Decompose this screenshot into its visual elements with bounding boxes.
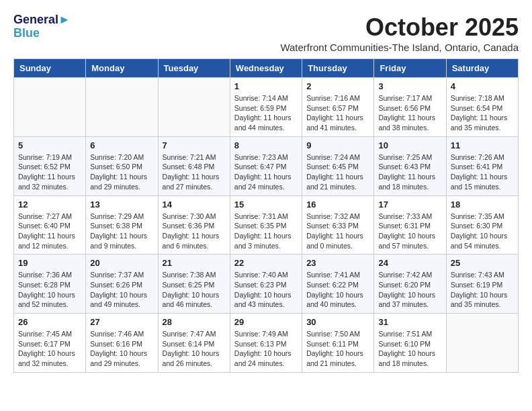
weekday-header-monday: Monday — [86, 59, 158, 78]
calendar-cell: 19Sunrise: 7:36 AM Sunset: 6:28 PM Dayli… — [14, 255, 86, 314]
day-info: Sunrise: 7:35 AM Sunset: 6:30 PM Dayligh… — [451, 212, 514, 251]
calendar-cell: 31Sunrise: 7:51 AM Sunset: 6:10 PM Dayli… — [374, 314, 446, 373]
weekday-header-sunday: Sunday — [14, 59, 86, 78]
day-info: Sunrise: 7:41 AM Sunset: 6:22 PM Dayligh… — [306, 270, 369, 310]
day-info: Sunrise: 7:14 AM Sunset: 6:59 PM Dayligh… — [234, 93, 298, 133]
calendar-cell: 21Sunrise: 7:38 AM Sunset: 6:25 PM Dayli… — [158, 255, 230, 314]
calendar-cell — [158, 78, 230, 137]
day-number: 29 — [234, 317, 298, 327]
day-number: 30 — [306, 317, 369, 327]
day-number: 11 — [451, 140, 514, 150]
day-info: Sunrise: 7:18 AM Sunset: 6:54 PM Dayligh… — [451, 93, 514, 133]
day-info: Sunrise: 7:47 AM Sunset: 6:14 PM Dayligh… — [163, 329, 226, 369]
calendar-cell: 18Sunrise: 7:35 AM Sunset: 6:30 PM Dayli… — [446, 195, 518, 255]
day-number: 26 — [18, 317, 81, 327]
week-row-2: 5Sunrise: 7:19 AM Sunset: 6:52 PM Daylig… — [14, 136, 519, 195]
calendar-cell: 29Sunrise: 7:49 AM Sunset: 6:13 PM Dayli… — [230, 314, 302, 373]
title-block: October 2025 Waterfront Communities-The … — [280, 13, 519, 53]
day-info: Sunrise: 7:23 AM Sunset: 6:47 PM Dayligh… — [234, 152, 298, 192]
calendar-cell: 2Sunrise: 7:16 AM Sunset: 6:57 PM Daylig… — [302, 78, 374, 137]
calendar-cell: 9Sunrise: 7:24 AM Sunset: 6:45 PM Daylig… — [302, 136, 374, 195]
day-number: 15 — [234, 199, 298, 210]
day-number: 5 — [18, 140, 81, 150]
day-number: 2 — [306, 81, 369, 91]
calendar-cell: 24Sunrise: 7:42 AM Sunset: 6:20 PM Dayli… — [374, 255, 446, 314]
calendar-cell: 30Sunrise: 7:50 AM Sunset: 6:11 PM Dayli… — [302, 314, 374, 373]
day-number: 13 — [90, 199, 153, 210]
calendar-cell: 11Sunrise: 7:26 AM Sunset: 6:41 PM Dayli… — [446, 136, 518, 195]
location-subtitle: Waterfront Communities-The Island, Ontar… — [280, 42, 519, 53]
calendar-cell: 7Sunrise: 7:21 AM Sunset: 6:48 PM Daylig… — [158, 136, 230, 195]
calendar-cell: 1Sunrise: 7:14 AM Sunset: 6:59 PM Daylig… — [230, 78, 302, 137]
day-info: Sunrise: 7:29 AM Sunset: 6:38 PM Dayligh… — [90, 212, 153, 251]
day-info: Sunrise: 7:33 AM Sunset: 6:31 PM Dayligh… — [378, 212, 441, 251]
page-header: General► Blue October 2025 Waterfront Co… — [13, 13, 519, 53]
week-row-1: 1Sunrise: 7:14 AM Sunset: 6:59 PM Daylig… — [14, 78, 519, 137]
weekday-header-row: SundayMondayTuesdayWednesdayThursdayFrid… — [14, 59, 519, 78]
day-number: 27 — [90, 317, 153, 327]
weekday-header-thursday: Thursday — [302, 59, 374, 78]
calendar-table: SundayMondayTuesdayWednesdayThursdayFrid… — [13, 58, 519, 373]
day-number: 14 — [163, 199, 226, 210]
calendar-cell: 17Sunrise: 7:33 AM Sunset: 6:31 PM Dayli… — [374, 195, 446, 255]
logo-text: General► — [13, 13, 71, 27]
day-info: Sunrise: 7:19 AM Sunset: 6:52 PM Dayligh… — [18, 152, 81, 192]
calendar-cell: 28Sunrise: 7:47 AM Sunset: 6:14 PM Dayli… — [158, 314, 230, 373]
day-info: Sunrise: 7:51 AM Sunset: 6:10 PM Dayligh… — [378, 329, 441, 369]
calendar-cell: 13Sunrise: 7:29 AM Sunset: 6:38 PM Dayli… — [86, 195, 158, 255]
calendar-cell: 4Sunrise: 7:18 AM Sunset: 6:54 PM Daylig… — [446, 78, 518, 137]
day-info: Sunrise: 7:38 AM Sunset: 6:25 PM Dayligh… — [163, 270, 226, 310]
day-number: 18 — [451, 199, 514, 210]
month-title: October 2025 — [280, 13, 519, 42]
calendar-cell: 8Sunrise: 7:23 AM Sunset: 6:47 PM Daylig… — [230, 136, 302, 195]
day-info: Sunrise: 7:45 AM Sunset: 6:17 PM Dayligh… — [18, 329, 81, 369]
calendar-cell: 26Sunrise: 7:45 AM Sunset: 6:17 PM Dayli… — [14, 314, 86, 373]
day-info: Sunrise: 7:21 AM Sunset: 6:48 PM Dayligh… — [163, 152, 226, 192]
weekday-header-tuesday: Tuesday — [158, 59, 230, 78]
calendar-cell: 27Sunrise: 7:46 AM Sunset: 6:16 PM Dayli… — [86, 314, 158, 373]
day-number: 21 — [163, 258, 226, 268]
calendar-cell: 5Sunrise: 7:19 AM Sunset: 6:52 PM Daylig… — [14, 136, 86, 195]
day-info: Sunrise: 7:32 AM Sunset: 6:33 PM Dayligh… — [306, 212, 369, 251]
calendar-cell: 16Sunrise: 7:32 AM Sunset: 6:33 PM Dayli… — [302, 195, 374, 255]
day-number: 1 — [234, 81, 298, 91]
day-info: Sunrise: 7:42 AM Sunset: 6:20 PM Dayligh… — [378, 270, 441, 310]
calendar-cell — [86, 78, 158, 137]
day-info: Sunrise: 7:31 AM Sunset: 6:35 PM Dayligh… — [234, 212, 298, 251]
day-info: Sunrise: 7:16 AM Sunset: 6:57 PM Dayligh… — [306, 93, 369, 133]
day-number: 17 — [378, 199, 441, 210]
day-info: Sunrise: 7:43 AM Sunset: 6:19 PM Dayligh… — [451, 270, 514, 310]
day-number: 7 — [163, 140, 226, 150]
day-info: Sunrise: 7:27 AM Sunset: 6:40 PM Dayligh… — [18, 212, 81, 251]
calendar-cell: 6Sunrise: 7:20 AM Sunset: 6:50 PM Daylig… — [86, 136, 158, 195]
day-number: 16 — [306, 199, 369, 210]
day-number: 31 — [378, 317, 441, 327]
day-info: Sunrise: 7:24 AM Sunset: 6:45 PM Dayligh… — [306, 152, 369, 192]
calendar-cell: 15Sunrise: 7:31 AM Sunset: 6:35 PM Dayli… — [230, 195, 302, 255]
weekday-header-saturday: Saturday — [446, 59, 518, 78]
calendar-cell: 20Sunrise: 7:37 AM Sunset: 6:26 PM Dayli… — [86, 255, 158, 314]
calendar-cell: 3Sunrise: 7:17 AM Sunset: 6:56 PM Daylig… — [374, 78, 446, 137]
day-number: 24 — [378, 258, 441, 268]
day-number: 10 — [378, 140, 441, 150]
day-number: 25 — [451, 258, 514, 268]
day-info: Sunrise: 7:30 AM Sunset: 6:36 PM Dayligh… — [163, 212, 226, 251]
day-info: Sunrise: 7:46 AM Sunset: 6:16 PM Dayligh… — [90, 329, 153, 369]
logo: General► Blue — [13, 13, 71, 40]
week-row-4: 19Sunrise: 7:36 AM Sunset: 6:28 PM Dayli… — [14, 255, 519, 314]
weekday-header-friday: Friday — [374, 59, 446, 78]
calendar-cell: 23Sunrise: 7:41 AM Sunset: 6:22 PM Dayli… — [302, 255, 374, 314]
day-number: 19 — [18, 258, 81, 268]
calendar-cell: 10Sunrise: 7:25 AM Sunset: 6:43 PM Dayli… — [374, 136, 446, 195]
calendar-cell: 25Sunrise: 7:43 AM Sunset: 6:19 PM Dayli… — [446, 255, 518, 314]
calendar-cell — [14, 78, 86, 137]
day-number: 8 — [234, 140, 298, 150]
day-info: Sunrise: 7:50 AM Sunset: 6:11 PM Dayligh… — [306, 329, 369, 369]
day-number: 3 — [378, 81, 441, 91]
day-number: 28 — [163, 317, 226, 327]
calendar-cell: 22Sunrise: 7:40 AM Sunset: 6:23 PM Dayli… — [230, 255, 302, 314]
day-number: 22 — [234, 258, 298, 268]
day-info: Sunrise: 7:37 AM Sunset: 6:26 PM Dayligh… — [90, 270, 153, 310]
day-info: Sunrise: 7:20 AM Sunset: 6:50 PM Dayligh… — [90, 152, 153, 192]
day-info: Sunrise: 7:36 AM Sunset: 6:28 PM Dayligh… — [18, 270, 81, 310]
